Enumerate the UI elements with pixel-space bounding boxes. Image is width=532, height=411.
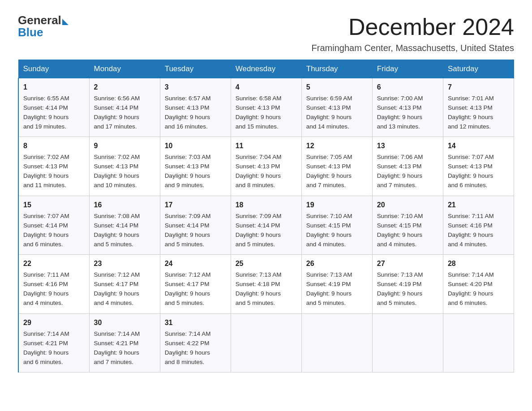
day-info: Sunrise: 7:14 AM Sunset: 4:21 PM Dayligh… <box>94 330 155 367</box>
calendar-cell: 27Sunrise: 7:13 AM Sunset: 4:19 PM Dayli… <box>372 255 443 313</box>
calendar-cell: 8Sunrise: 7:02 AM Sunset: 4:13 PM Daylig… <box>18 137 89 196</box>
day-number: 4 <box>236 82 297 93</box>
day-number: 13 <box>377 141 438 152</box>
day-info: Sunrise: 7:13 AM Sunset: 4:19 PM Dayligh… <box>377 270 438 308</box>
day-info: Sunrise: 7:01 AM Sunset: 4:13 PM Dayligh… <box>448 94 509 132</box>
day-number: 14 <box>448 141 509 152</box>
calendar-cell: 25Sunrise: 7:13 AM Sunset: 4:18 PM Dayli… <box>231 255 301 313</box>
calendar-cell: 5Sunrise: 6:59 AM Sunset: 4:13 PM Daylig… <box>301 78 372 137</box>
col-header-monday: Monday <box>89 60 160 78</box>
calendar-cell: 7Sunrise: 7:01 AM Sunset: 4:13 PM Daylig… <box>443 78 514 137</box>
col-header-friday: Friday <box>372 60 443 78</box>
calendar-cell: 11Sunrise: 7:04 AM Sunset: 4:13 PM Dayli… <box>231 137 301 196</box>
month-title: December 2024 <box>348 13 514 40</box>
calendar-cell <box>231 313 301 372</box>
day-number: 10 <box>165 141 226 152</box>
calendar-cell: 22Sunrise: 7:11 AM Sunset: 4:16 PM Dayli… <box>18 255 89 313</box>
day-info: Sunrise: 6:55 AM Sunset: 4:14 PM Dayligh… <box>23 94 85 132</box>
day-number: 1 <box>23 82 85 93</box>
day-info: Sunrise: 7:09 AM Sunset: 4:14 PM Dayligh… <box>165 212 226 249</box>
col-header-thursday: Thursday <box>301 60 372 78</box>
calendar-cell: 28Sunrise: 7:14 AM Sunset: 4:20 PM Dayli… <box>443 255 514 313</box>
calendar-week-row: 29Sunrise: 7:14 AM Sunset: 4:21 PM Dayli… <box>18 313 514 372</box>
day-info: Sunrise: 7:05 AM Sunset: 4:13 PM Dayligh… <box>306 153 368 190</box>
day-number: 28 <box>448 258 509 270</box>
day-number: 3 <box>165 82 226 93</box>
day-info: Sunrise: 6:59 AM Sunset: 4:13 PM Dayligh… <box>306 94 368 132</box>
day-number: 9 <box>94 141 155 152</box>
logo-blue: Blue <box>18 26 43 39</box>
col-header-saturday: Saturday <box>443 60 514 78</box>
day-number: 31 <box>165 317 226 329</box>
day-number: 12 <box>306 141 368 152</box>
calendar-cell: 14Sunrise: 7:07 AM Sunset: 4:13 PM Dayli… <box>443 137 514 196</box>
day-number: 2 <box>94 82 155 93</box>
day-info: Sunrise: 6:56 AM Sunset: 4:14 PM Dayligh… <box>94 94 155 132</box>
day-info: Sunrise: 7:14 AM Sunset: 4:20 PM Dayligh… <box>448 270 509 308</box>
day-info: Sunrise: 7:09 AM Sunset: 4:14 PM Dayligh… <box>236 212 297 249</box>
day-number: 25 <box>236 258 297 270</box>
day-number: 30 <box>94 317 155 329</box>
day-number: 5 <box>306 82 368 93</box>
day-info: Sunrise: 7:11 AM Sunset: 4:16 PM Dayligh… <box>448 212 509 249</box>
calendar-cell: 9Sunrise: 7:02 AM Sunset: 4:13 PM Daylig… <box>89 137 160 196</box>
calendar-cell: 29Sunrise: 7:14 AM Sunset: 4:21 PM Dayli… <box>18 313 89 372</box>
location-subtitle: Framingham Center, Massachusetts, United… <box>18 43 514 53</box>
calendar-week-row: 22Sunrise: 7:11 AM Sunset: 4:16 PM Dayli… <box>18 255 514 313</box>
calendar-week-row: 15Sunrise: 7:07 AM Sunset: 4:14 PM Dayli… <box>18 196 514 254</box>
day-number: 16 <box>94 200 155 211</box>
day-info: Sunrise: 7:14 AM Sunset: 4:21 PM Dayligh… <box>23 330 85 367</box>
calendar-cell: 20Sunrise: 7:10 AM Sunset: 4:15 PM Dayli… <box>372 196 443 254</box>
calendar-cell: 26Sunrise: 7:13 AM Sunset: 4:19 PM Dayli… <box>301 255 372 313</box>
day-number: 18 <box>236 200 297 211</box>
col-header-wednesday: Wednesday <box>231 60 301 78</box>
day-number: 19 <box>306 200 368 211</box>
col-header-sunday: Sunday <box>18 60 89 78</box>
calendar-cell: 24Sunrise: 7:12 AM Sunset: 4:17 PM Dayli… <box>160 255 231 313</box>
day-number: 17 <box>165 200 226 211</box>
day-info: Sunrise: 6:58 AM Sunset: 4:13 PM Dayligh… <box>236 94 297 132</box>
calendar-cell: 19Sunrise: 7:10 AM Sunset: 4:15 PM Dayli… <box>301 196 372 254</box>
day-info: Sunrise: 7:06 AM Sunset: 4:13 PM Dayligh… <box>377 153 438 190</box>
day-info: Sunrise: 7:03 AM Sunset: 4:13 PM Dayligh… <box>165 153 226 190</box>
day-number: 20 <box>377 200 438 211</box>
calendar-week-row: 8Sunrise: 7:02 AM Sunset: 4:13 PM Daylig… <box>18 137 514 196</box>
calendar-cell: 3Sunrise: 6:57 AM Sunset: 4:13 PM Daylig… <box>160 78 231 137</box>
day-info: Sunrise: 7:10 AM Sunset: 4:15 PM Dayligh… <box>377 212 438 249</box>
calendar-cell: 10Sunrise: 7:03 AM Sunset: 4:13 PM Dayli… <box>160 137 231 196</box>
calendar-cell: 16Sunrise: 7:08 AM Sunset: 4:14 PM Dayli… <box>89 196 160 254</box>
calendar-week-row: 1Sunrise: 6:55 AM Sunset: 4:14 PM Daylig… <box>18 78 514 137</box>
calendar-cell: 17Sunrise: 7:09 AM Sunset: 4:14 PM Dayli… <box>160 196 231 254</box>
calendar-cell: 1Sunrise: 6:55 AM Sunset: 4:14 PM Daylig… <box>18 78 89 137</box>
day-info: Sunrise: 7:02 AM Sunset: 4:13 PM Dayligh… <box>23 153 85 190</box>
calendar-cell <box>301 313 372 372</box>
logo-triangle-icon <box>62 19 69 25</box>
day-info: Sunrise: 7:12 AM Sunset: 4:17 PM Dayligh… <box>165 270 226 308</box>
day-number: 15 <box>23 200 85 211</box>
day-number: 27 <box>377 258 438 270</box>
logo: General Blue <box>18 13 69 39</box>
calendar-cell: 4Sunrise: 6:58 AM Sunset: 4:13 PM Daylig… <box>231 78 301 137</box>
calendar-cell: 6Sunrise: 7:00 AM Sunset: 4:13 PM Daylig… <box>372 78 443 137</box>
calendar-cell: 15Sunrise: 7:07 AM Sunset: 4:14 PM Dayli… <box>18 196 89 254</box>
day-number: 23 <box>94 258 155 270</box>
calendar-cell <box>372 313 443 372</box>
day-info: Sunrise: 7:07 AM Sunset: 4:13 PM Dayligh… <box>448 153 509 190</box>
day-number: 11 <box>236 141 297 152</box>
day-info: Sunrise: 7:11 AM Sunset: 4:16 PM Dayligh… <box>23 270 85 308</box>
day-number: 26 <box>306 258 368 270</box>
calendar-cell: 31Sunrise: 7:14 AM Sunset: 4:22 PM Dayli… <box>160 313 231 372</box>
calendar-table: SundayMondayTuesdayWednesdayThursdayFrid… <box>18 60 514 372</box>
calendar-cell: 21Sunrise: 7:11 AM Sunset: 4:16 PM Dayli… <box>443 196 514 254</box>
day-info: Sunrise: 7:12 AM Sunset: 4:17 PM Dayligh… <box>94 270 155 308</box>
day-number: 21 <box>448 200 509 211</box>
header: General Blue December 2024 <box>18 13 514 40</box>
day-info: Sunrise: 6:57 AM Sunset: 4:13 PM Dayligh… <box>165 94 226 132</box>
day-info: Sunrise: 7:14 AM Sunset: 4:22 PM Dayligh… <box>165 330 226 367</box>
calendar-cell: 2Sunrise: 6:56 AM Sunset: 4:14 PM Daylig… <box>89 78 160 137</box>
day-number: 29 <box>23 317 85 329</box>
day-info: Sunrise: 7:00 AM Sunset: 4:13 PM Dayligh… <box>377 94 438 132</box>
day-info: Sunrise: 7:02 AM Sunset: 4:13 PM Dayligh… <box>94 153 155 190</box>
day-info: Sunrise: 7:13 AM Sunset: 4:19 PM Dayligh… <box>306 270 368 308</box>
day-number: 6 <box>377 82 438 93</box>
